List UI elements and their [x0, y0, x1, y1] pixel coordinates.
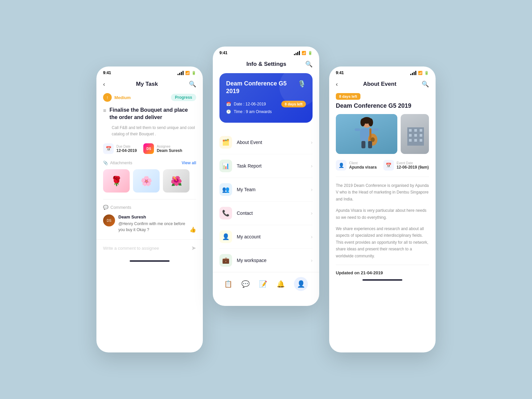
event-image-side — [401, 114, 429, 154]
mic-icon: 🎙️ — [298, 80, 306, 88]
screen2-content: 🎙️ Deam Conference G5 2019 📅 Date : 12-0… — [213, 73, 319, 272]
menu-item-task-report[interactable]: 📊 Task Report › — [219, 154, 313, 178]
attachment-1[interactable]: 🌹 — [103, 169, 130, 193]
screen-info-settings: 9:41 📶 🔋 Info & Settings 🔍 🎙️ — [213, 47, 319, 306]
card-calendar-icon: 📅 — [226, 102, 231, 106]
my-workspace-label: My workspace — [237, 258, 311, 263]
card-date-row: 📅 Date : 12-06-2019 8 days left — [226, 101, 306, 107]
task-desc: Call F&B and tell them to send unique an… — [103, 125, 196, 137]
menu-item-my-account[interactable]: 👤 My account › — [219, 225, 313, 249]
menu-item-contact[interactable]: 📞 Contact › — [219, 201, 313, 225]
chevron-my-workspace: › — [311, 258, 313, 263]
svg-rect-17 — [414, 134, 417, 137]
search-icon-1[interactable]: 🔍 — [189, 80, 196, 88]
event-images — [336, 114, 429, 154]
nav-header-3: ‹ About Event 🔍 — [329, 78, 436, 93]
home-indicator-1 — [130, 260, 170, 262]
svg-point-3 — [368, 118, 373, 126]
about-event-label: About Event — [237, 140, 311, 145]
bottom-nav-bell[interactable]: 🔔 — [277, 280, 285, 288]
client-item: 👤 Client Apunda visara — [336, 160, 377, 171]
event-desc-2: Apunda Visara is very partiucular about … — [336, 207, 429, 221]
event-desc-3: We share experiences and research and ab… — [336, 225, 429, 259]
event-desc-1: The 2019 Deam Conference is organised by… — [336, 182, 429, 202]
attachments-section: 📎 Attachments View all 🌹 🌸 🌺 — [103, 161, 196, 193]
back-button-1[interactable]: ‹ — [103, 81, 105, 88]
menu-item-about-event[interactable]: 🗂️ About Event › — [219, 131, 313, 154]
menu-item-my-team[interactable]: 👥 My Team › — [219, 178, 313, 201]
status-time-2: 9:41 — [219, 51, 227, 55]
signal-icon-3 — [410, 71, 416, 75]
days-badge: 8 days left — [281, 101, 306, 107]
menu-list: 🗂️ About Event › 📊 Task Report › 👥 My Te… — [219, 131, 313, 272]
screen-about-event: 9:41 📶 🔋 ‹ About Event 🔍 8 days left — [329, 66, 436, 352]
bottom-nav-chat[interactable]: 💬 — [241, 280, 250, 288]
back-button-3[interactable]: ‹ — [336, 81, 338, 88]
page-title-3: About Event — [363, 81, 396, 87]
bottom-nav-clipboard[interactable]: 📝 — [259, 280, 267, 288]
profile-icon-active: 👤 — [294, 277, 308, 291]
attachment-2[interactable]: 🌸 — [133, 169, 160, 193]
battery-icon-3: 🔋 — [424, 71, 429, 75]
due-date-item: 📅 Due Date 12-04-2019 — [103, 143, 137, 154]
attachment-3[interactable]: 🌺 — [163, 169, 190, 193]
my-account-label: My account — [237, 234, 311, 239]
chevron-my-account: › — [311, 234, 313, 239]
wifi-icon-3: 📶 — [418, 71, 423, 75]
divider-3a — [336, 177, 429, 177]
card-time-row: 🕐 Time : 9 am Onwards — [226, 109, 306, 114]
send-icon[interactable]: ➤ — [191, 244, 196, 252]
event-image-main — [336, 114, 397, 154]
status-icons-2: 📶 🔋 — [294, 51, 313, 55]
divider-3b — [336, 265, 429, 265]
signal-icon-1 — [178, 71, 184, 75]
comment-body: Deam Suresh @Henry Confirm with me once … — [118, 214, 186, 233]
comment-input[interactable]: Write a comment to assignee — [103, 246, 191, 251]
search-icon-2[interactable]: 🔍 — [305, 61, 313, 68]
nav-header-2: Info & Settings 🔍 — [213, 58, 319, 73]
bottom-nav-tasks[interactable]: 📋 — [224, 280, 232, 288]
chevron-my-team: › — [311, 187, 313, 192]
attachments-header: 📎 Attachments View all — [103, 161, 196, 165]
my-team-label: My Team — [237, 187, 311, 192]
due-date-info: Due Date 12-04-2019 — [116, 145, 137, 153]
event-date-info: Event Date 12-06-2019 (9am) — [397, 161, 429, 170]
event-title: Deam Conference G5 2019 — [336, 102, 429, 109]
my-account-icon: 👤 — [219, 230, 232, 243]
page-title-1: My Task — [136, 81, 158, 87]
client-info: Client Apunda visara — [349, 161, 377, 170]
svg-rect-14 — [414, 129, 417, 132]
battery-icon-2: 🔋 — [308, 51, 313, 55]
like-icon[interactable]: 👍 — [190, 226, 196, 233]
priority-badge: ↑ Medium — [103, 93, 131, 102]
updated-text: Updated on 21-04-2019 — [336, 270, 429, 275]
divider-1 — [103, 199, 196, 200]
svg-point-2 — [360, 118, 365, 126]
building-svg — [406, 121, 426, 147]
person-image — [336, 114, 397, 154]
wifi-icon-1: 📶 — [185, 71, 190, 75]
commenter-avatar: DS — [103, 214, 115, 226]
status-time-3: 9:41 — [336, 70, 344, 75]
info-card: 🎙️ Deam Conference G5 2019 📅 Date : 12-0… — [219, 73, 313, 123]
chevron-task-report: › — [311, 163, 313, 169]
priority-row: ↑ Medium Progress — [103, 93, 196, 102]
svg-rect-5 — [355, 128, 360, 131]
bottom-nav-profile[interactable]: 👤 — [294, 277, 308, 291]
home-indicator-3 — [362, 279, 402, 281]
event-date-icon: 📅 — [383, 160, 394, 171]
task-report-label: Task Report — [237, 163, 311, 169]
view-all-button[interactable]: View all — [182, 161, 196, 165]
svg-rect-20 — [414, 139, 417, 142]
attachments-label: 📎 Attachments — [103, 161, 132, 165]
screen3-content: 8 days left Deam Conference G5 2019 — [329, 93, 436, 275]
bottom-nav: 📋 💬 📝 🔔 👤 — [213, 272, 319, 298]
screen1-content: ↑ Medium Progress ≡ Finalise the Bouquet… — [96, 93, 203, 233]
client-icon: 👤 — [336, 160, 346, 171]
my-team-icon: 👥 — [219, 183, 232, 196]
menu-item-my-workspace[interactable]: 💼 My workspace › — [219, 249, 313, 272]
event-date-item: 📅 Event Date 12-06-2019 (9am) — [383, 160, 429, 171]
search-icon-3[interactable]: 🔍 — [422, 80, 429, 88]
battery-icon-1: 🔋 — [192, 71, 196, 75]
status-time-1: 9:41 — [103, 70, 111, 75]
